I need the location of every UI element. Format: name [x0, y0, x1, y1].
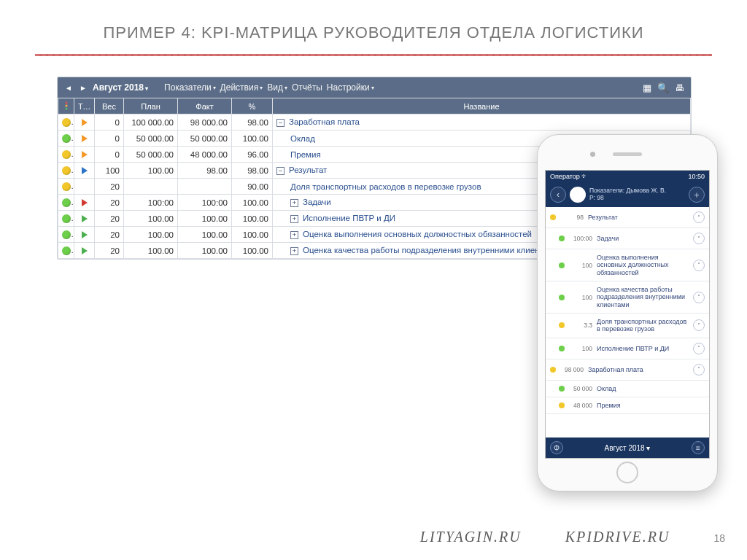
phone-item-value: 98 000 — [560, 366, 584, 373]
kpi-link[interactable]: Премия — [290, 150, 321, 159]
type-triangle-icon — [82, 167, 88, 174]
expand-toggle[interactable]: + — [290, 247, 298, 255]
col-pct-header: % — [232, 98, 273, 114]
expand-toggle[interactable]: − — [276, 119, 285, 127]
plan-cell: 100.00 — [124, 227, 178, 243]
status-dot-icon — [62, 118, 71, 127]
phone-item-value: 100 — [569, 262, 592, 269]
pct-cell: 100.00 — [232, 227, 273, 243]
chevron-down-icon[interactable]: ˅ — [693, 233, 705, 244]
kpi-link[interactable]: Доля транспортных расходов в перевозке г… — [290, 182, 481, 191]
table-row[interactable]: 0 100 000.00 98 000.00 98.00 −Заработная… — [58, 114, 691, 131]
phone-list-item[interactable]: 100 Оценка выполнения основных должностн… — [546, 249, 709, 281]
type-triangle-icon — [82, 215, 88, 222]
calendar-icon[interactable]: ▦ — [641, 82, 653, 93]
expand-toggle[interactable]: − — [276, 167, 285, 175]
phone-speaker — [613, 152, 642, 156]
next-button[interactable]: ► — [78, 82, 88, 93]
phone-footer-period[interactable]: Август 2018 ▾ — [605, 444, 651, 452]
phone-list[interactable]: 98 Результат ˄ 100:00 Задачи ˅ 100 Оценк… — [546, 207, 709, 438]
menu-settings[interactable]: Настройки▾ — [327, 82, 374, 93]
expand-toggle[interactable]: + — [290, 199, 298, 207]
avatar[interactable] — [570, 187, 586, 203]
kpi-link[interactable]: Заработная плата — [289, 117, 360, 126]
status-cell — [58, 179, 74, 195]
period-selector[interactable]: Август 2018▾ — [93, 82, 148, 93]
chevron-down-icon[interactable]: ˅ — [693, 343, 705, 354]
chevron-down-icon[interactable]: ˅ — [693, 319, 705, 331]
kpi-link[interactable]: Результат — [289, 166, 327, 174]
phone-item-label: Оценка выполнения основных должностных о… — [597, 254, 689, 276]
plan-cell: 100.00 — [124, 163, 178, 179]
status-dot-icon — [559, 295, 565, 300]
weight-cell: 20 — [95, 227, 124, 243]
status-dot-icon — [550, 214, 556, 220]
type-cell — [74, 114, 95, 131]
toolbar: ◄ ► Август 2018▾ Показатели▾ Действия▾ В… — [58, 77, 691, 98]
phone-footer: Φ Август 2018 ▾ ≡ — [546, 438, 709, 458]
phone-item-label: Исполнение ПВТР и ДИ — [597, 345, 689, 352]
fact-cell: 98.00 — [178, 163, 232, 179]
fact-cell: 100.00 — [178, 211, 232, 227]
fact-cell — [178, 179, 232, 195]
phone-list-item[interactable]: 100 Оценка качества работы подразделения… — [546, 281, 709, 314]
phone-item-value: 98 — [560, 214, 584, 221]
phone-list-item[interactable]: 50 000 Оклад — [546, 381, 709, 397]
plan-cell: 100.00 — [124, 211, 178, 227]
menu-actions[interactable]: Действия▾ — [220, 82, 263, 93]
phone-home-button — [616, 462, 638, 483]
kpi-link[interactable]: Оценка качества работы подразделения вну… — [303, 246, 558, 254]
phone-list-item[interactable]: 98 000 Заработная плата ˄ — [546, 359, 709, 381]
phone-back-icon[interactable]: ‹ — [550, 187, 566, 203]
plan-cell: 100:00 — [124, 195, 178, 211]
page-number: 18 — [713, 532, 725, 544]
kpi-link[interactable]: Оценка выполнения основных должностных о… — [303, 230, 532, 238]
type-cell — [74, 195, 95, 211]
status-dot-icon — [559, 322, 565, 328]
status-cell — [58, 211, 74, 227]
pct-cell: 100.00 — [232, 243, 273, 259]
wifi-icon: ᯤ — [581, 173, 588, 180]
status-cell — [58, 227, 74, 243]
search-icon[interactable]: 🔍 — [657, 82, 669, 93]
status-dot-icon — [62, 230, 71, 239]
phone-list-item[interactable]: 100:00 Задачи ˅ — [546, 228, 709, 249]
phone-item-value: 100 — [569, 294, 592, 301]
chevron-down-icon[interactable]: ˅ — [693, 260, 705, 271]
prev-button[interactable]: ◄ — [63, 82, 74, 93]
menu-indicators[interactable]: Показатели▾ — [164, 82, 216, 93]
col-fact-header: Факт — [178, 98, 232, 114]
pct-cell: 96.00 — [232, 147, 273, 163]
phone-list-item[interactable]: 98 Результат ˄ — [546, 207, 709, 228]
kpi-link[interactable]: Оклад — [290, 134, 315, 143]
expand-toggle[interactable]: + — [290, 215, 298, 223]
print-icon[interactable]: 🖶 — [673, 82, 685, 93]
slide-title: ПРИМЕР 4: KPI-МАТРИЦА РУКОВОДИТЕЛЯ ОТДЕЛ… — [0, 0, 747, 54]
menu-view[interactable]: Вид▾ — [267, 82, 287, 93]
phone-menu-icon[interactable]: ≡ — [692, 441, 705, 454]
kpi-link[interactable]: Задачи — [303, 198, 331, 206]
phone-list-item[interactable]: 100 Исполнение ПВТР и ДИ ˅ — [546, 338, 709, 359]
chevron-up-icon[interactable]: ˄ — [693, 364, 705, 376]
phone-footer-left-icon[interactable]: Φ — [550, 441, 563, 454]
menu-reports[interactable]: Отчёты — [292, 82, 322, 93]
status-dot-icon — [559, 262, 565, 268]
phone-header: ‹ Показатели: Дымова Ж. В. Р: 98 ＋ — [546, 182, 709, 207]
kpi-link[interactable]: Исполнение ПВТР и ДИ — [303, 214, 395, 222]
svg-point-0 — [65, 101, 67, 104]
pct-cell: 90.00 — [232, 179, 273, 195]
name-cell[interactable]: −Заработная плата — [273, 114, 691, 131]
phone-header-text: Показатели: Дымова Ж. В. Р: 98 — [589, 187, 685, 202]
expand-toggle[interactable]: + — [290, 231, 298, 239]
phone-list-item[interactable]: 48 000 Премия — [546, 397, 709, 414]
status-cell — [58, 195, 74, 211]
chevron-down-icon[interactable]: ˅ — [693, 292, 705, 303]
type-cell — [74, 147, 95, 163]
phone-add-icon[interactable]: ＋ — [689, 187, 705, 203]
chevron-up-icon[interactable]: ˄ — [693, 211, 705, 223]
fact-cell: 100.00 — [178, 243, 232, 259]
fact-cell: 48 000.00 — [178, 147, 232, 163]
weight-cell: 0 — [95, 114, 124, 131]
phone-list-item[interactable]: 3.3 Доля транспортных расходов в перевоз… — [546, 314, 709, 338]
status-cell — [58, 243, 74, 259]
